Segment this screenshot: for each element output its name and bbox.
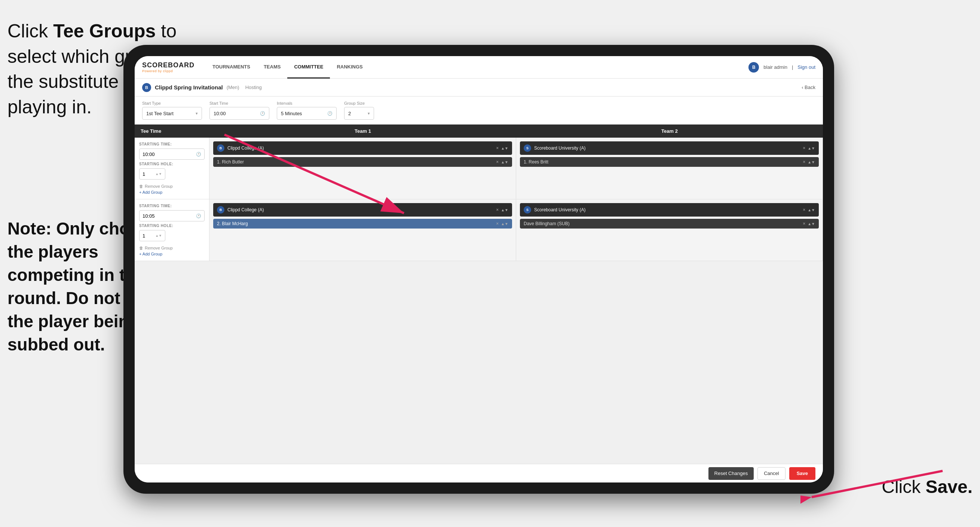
start-type-arrow-icon: ▾ bbox=[196, 111, 198, 116]
config-row: Start Type 1st Tee Start ▾ Start Time 10… bbox=[135, 97, 823, 124]
group2-hole-input[interactable]: 1 ▲▼ bbox=[139, 230, 165, 241]
start-time-clock-icon: 🕐 bbox=[260, 111, 265, 116]
start-time-input[interactable]: 10:00 🕐 bbox=[210, 107, 269, 120]
start-time-label: Start Time bbox=[210, 101, 269, 105]
group1-team1-remove-icon[interactable]: × bbox=[496, 145, 499, 151]
back-button[interactable]: ‹ Back bbox=[802, 84, 815, 90]
group2-team1-remove-icon[interactable]: × bbox=[496, 207, 499, 212]
group2-team1-cell: B Clippd College (A) × ▲▼ 2. Blair McHar… bbox=[210, 199, 516, 261]
col-team2: Team 2 bbox=[516, 124, 823, 138]
group2-team2-arrows-icon[interactable]: ▲▼ bbox=[808, 208, 815, 212]
group2-team1-player-remove-icon[interactable]: × bbox=[496, 221, 499, 226]
click-save-text: Click Save. bbox=[881, 476, 972, 497]
nav-signout[interactable]: Sign out bbox=[797, 64, 815, 70]
reset-changes-button[interactable]: Reset Changes bbox=[708, 467, 754, 480]
table-row: STARTING TIME: 10:05 🕐 STARTING HOLE: 1 … bbox=[135, 199, 823, 261]
group1-team1-controls: × ▲▼ bbox=[496, 145, 508, 151]
remove-group2-button[interactable]: 🗑 Remove Group bbox=[139, 246, 205, 250]
intervals-input[interactable]: 5 Minutes 🕐 bbox=[277, 107, 337, 120]
group2-team1-player-arrows-icon[interactable]: ▲▼ bbox=[501, 222, 508, 226]
group1-team1-player-name: 1. Rich Butler bbox=[217, 159, 493, 165]
group2-team2-player-remove-icon[interactable]: × bbox=[803, 221, 805, 226]
group2-team1-arrows-icon[interactable]: ▲▼ bbox=[501, 208, 508, 212]
group1-team2-player-arrows-icon[interactable]: ▲▼ bbox=[808, 160, 815, 164]
group1-team1-cell: B Clippd College (A) × ▲▼ 1. Rich Butler… bbox=[210, 138, 516, 199]
nav-separator: | bbox=[792, 64, 793, 70]
navbar: SCOREBOARD Powered by clippd TOURNAMENTS… bbox=[135, 56, 823, 78]
cancel-button[interactable]: Cancel bbox=[757, 467, 785, 480]
group1-team2-player-entry: 1. Rees Britt × ▲▼ bbox=[520, 157, 819, 167]
group2-team2-entry: S Scoreboard University (A) × ▲▼ bbox=[520, 203, 819, 217]
add-group2-button[interactable]: + Add Group bbox=[139, 252, 205, 256]
group2-team2-remove-icon[interactable]: × bbox=[803, 207, 805, 212]
group1-time-label: STARTING TIME: bbox=[139, 142, 205, 146]
group1-team2-badge: S bbox=[523, 144, 531, 152]
intervals-clock-icon: 🕐 bbox=[327, 111, 332, 116]
group1-team2-player-remove-icon[interactable]: × bbox=[803, 159, 805, 165]
group1-time-input[interactable]: 10:00 🕐 bbox=[139, 148, 205, 160]
table-row: STARTING TIME: 10:00 🕐 STARTING HOLE: 1 … bbox=[135, 138, 823, 199]
intervals-value: 5 Minutes bbox=[281, 111, 302, 116]
group1-team1-arrows-icon[interactable]: ▲▼ bbox=[501, 146, 508, 150]
group-size-label: Group Size bbox=[344, 101, 374, 105]
group1-team2-remove-icon[interactable]: × bbox=[803, 145, 805, 151]
group1-team1-player-remove-icon[interactable]: × bbox=[496, 159, 499, 165]
group2-hole-label: STARTING HOLE: bbox=[139, 224, 205, 228]
intervals-label: Intervals bbox=[277, 101, 337, 105]
nav-committee[interactable]: COMMITTEE bbox=[287, 56, 330, 78]
group1-left: STARTING TIME: 10:00 🕐 STARTING HOLE: 1 … bbox=[135, 138, 210, 199]
nav-items: TOURNAMENTS TEAMS COMMITTEE RANKINGS bbox=[206, 56, 748, 78]
group2-team2-name: Scoreboard University (A) bbox=[534, 207, 800, 212]
group2-team1-player-name: 2. Blair McHarg bbox=[217, 221, 493, 226]
group2-team1-name: Clippd College (A) bbox=[228, 207, 493, 212]
group2-time-label: STARTING TIME: bbox=[139, 204, 205, 208]
group2-team2-player-entry: Dave Billingham (SUB) × ▲▼ bbox=[520, 219, 819, 229]
group2-team2-player-name: Dave Billingham (SUB) bbox=[523, 221, 800, 226]
col-tee-time: Tee Time bbox=[135, 124, 210, 138]
group-size-value: 2 bbox=[348, 111, 351, 116]
bottom-bar: Reset Changes Cancel Save bbox=[135, 464, 823, 482]
remove-group1-button[interactable]: 🗑 Remove Group bbox=[139, 184, 205, 188]
table-header: Tee Time Team 1 Team 2 bbox=[135, 124, 823, 138]
nav-teams[interactable]: TEAMS bbox=[257, 56, 288, 78]
click-save-instruction: Click Save. bbox=[881, 476, 972, 497]
trash-icon: 🗑 bbox=[139, 184, 143, 188]
group1-hole-input[interactable]: 1 ▲▼ bbox=[139, 168, 165, 180]
group2-time-value: 10:05 bbox=[143, 213, 155, 219]
add-group2-label: + Add Group bbox=[139, 252, 162, 256]
group1-time-value: 10:00 bbox=[143, 151, 155, 157]
groups-container: STARTING TIME: 10:00 🕐 STARTING HOLE: 1 … bbox=[135, 138, 823, 464]
group2-team1-controls: × ▲▼ bbox=[496, 207, 508, 212]
group1-team1-player-arrows-icon[interactable]: ▲▼ bbox=[501, 160, 508, 164]
nav-avatar: B bbox=[748, 62, 759, 73]
group1-team2-name: Scoreboard University (A) bbox=[534, 145, 800, 151]
start-type-field: Start Type 1st Tee Start ▾ bbox=[142, 101, 202, 120]
start-type-input[interactable]: 1st Tee Start ▾ bbox=[142, 107, 202, 120]
nav-rankings[interactable]: RANKINGS bbox=[330, 56, 369, 78]
group1-actions: 🗑 Remove Group + Add Group bbox=[139, 184, 205, 194]
group1-team2-entry: S Scoreboard University (A) × ▲▼ bbox=[520, 142, 819, 155]
nav-tournaments[interactable]: TOURNAMENTS bbox=[206, 56, 257, 78]
col-team1: Team 1 bbox=[210, 124, 516, 138]
group1-team1-name: Clippd College (A) bbox=[228, 145, 493, 151]
event-title: Clippd Spring Invitational bbox=[155, 84, 223, 91]
nav-logo: SCOREBOARD Powered by clippd bbox=[142, 61, 194, 73]
group1-team1-player-entry: 1. Rich Butler × ▲▼ bbox=[213, 157, 512, 167]
remove-group2-label: Remove Group bbox=[145, 246, 173, 250]
start-type-label: Start Type bbox=[142, 101, 202, 105]
group2-time-clock-icon: 🕐 bbox=[196, 213, 201, 218]
group2-team1-player-entry: 2. Blair McHarg × ▲▼ bbox=[213, 219, 512, 229]
save-button[interactable]: Save bbox=[789, 467, 815, 480]
group1-team2-arrows-icon[interactable]: ▲▼ bbox=[808, 146, 815, 150]
group-size-input[interactable]: 2 ▾ bbox=[344, 107, 374, 120]
group1-hole-value: 1 bbox=[143, 171, 145, 177]
tablet-screen: SCOREBOARD Powered by clippd TOURNAMENTS… bbox=[135, 56, 823, 482]
start-time-value: 10:00 bbox=[213, 111, 226, 116]
logo-sub: Powered by clippd bbox=[142, 69, 194, 73]
group2-team1-player-controls: × ▲▼ bbox=[496, 221, 508, 226]
group2-team2-player-arrows-icon[interactable]: ▲▼ bbox=[808, 222, 815, 226]
group2-time-input[interactable]: 10:05 🕐 bbox=[139, 210, 205, 221]
tablet-frame: SCOREBOARD Powered by clippd TOURNAMENTS… bbox=[123, 45, 834, 494]
group2-hole-value: 1 bbox=[143, 233, 145, 239]
add-group1-button[interactable]: + Add Group bbox=[139, 190, 205, 194]
